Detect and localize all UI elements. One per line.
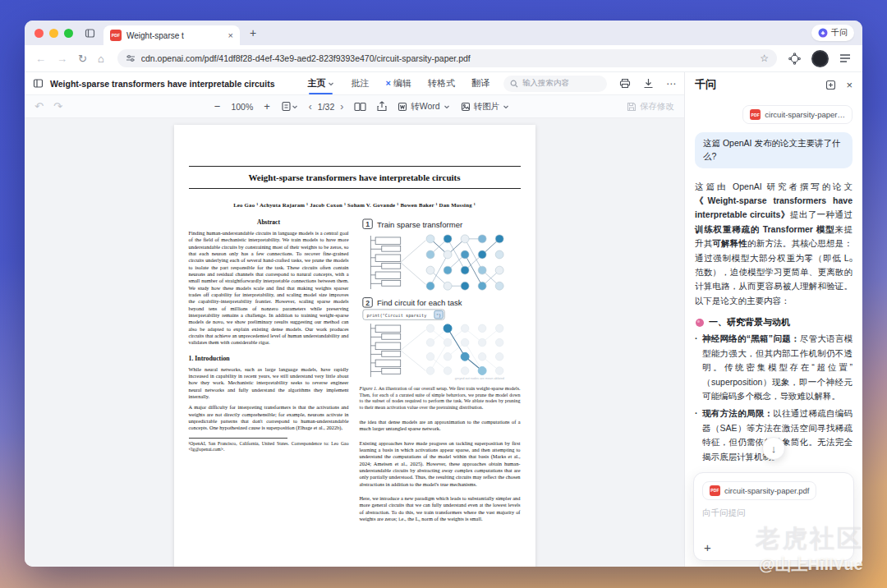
body-paragraph: Existing approaches have made progress o…: [360, 440, 521, 488]
tab-title: Weight-sparse t: [126, 31, 223, 40]
pdf-toolbar-secondary: ↶ ↷ − 100% + ‹: [25, 95, 684, 118]
pdf-file-icon: PDF: [750, 109, 761, 120]
footnote-text: ¹OpenAI, San Francisco, California, Unit…: [189, 441, 349, 453]
qianwen-panel: 千问 × PDF circuit-sparsity-paper…: [684, 72, 862, 567]
tab-annotate[interactable]: 批注: [351, 72, 369, 94]
search-icon: [510, 80, 518, 88]
pdf-canvas-area[interactable]: Weight-sparse transformers have interpre…: [25, 118, 684, 567]
qianwen-badge[interactable]: 千问: [811, 25, 854, 41]
pdf-page: Weight-sparse transformers have interpre…: [174, 125, 535, 567]
bookmark-star-icon[interactable]: ☆: [760, 53, 769, 64]
undo-icon[interactable]: ↶: [34, 100, 44, 113]
attachment-chip[interactable]: PDF circuit-sparsity-paper…: [742, 105, 853, 124]
url-text: cdn.openai.com/pdf/41df8f28-d4ef-43e9-ae…: [141, 53, 760, 63]
page-indicator[interactable]: 1/32: [318, 102, 334, 112]
document-title: Weight-sparse transformers have interpre…: [50, 79, 274, 89]
tab-close-icon[interactable]: ×: [228, 30, 233, 40]
footnote-rule: [189, 438, 288, 439]
download-icon[interactable]: [643, 78, 654, 89]
figure-caption: Figure 1. An illustration of our overall…: [360, 386, 521, 411]
step2-number: 2: [365, 299, 370, 307]
step2-label: Find circuit for each task: [377, 298, 462, 307]
maximize-window-button[interactable]: [64, 29, 73, 38]
prev-page-button[interactable]: ‹: [309, 101, 312, 113]
forward-icon[interactable]: →: [57, 53, 67, 65]
word-doc-icon: [398, 102, 407, 112]
browser-tab[interactable]: PDF Weight-sparse t ×: [103, 25, 240, 45]
qianwen-logo-icon: [818, 28, 828, 38]
tab-translate[interactable]: 翻译: [471, 72, 489, 94]
more-icon[interactable]: ⋯: [666, 78, 676, 90]
save-changes-button[interactable]: 保存修改: [627, 101, 674, 113]
zoom-level[interactable]: 100%: [231, 102, 253, 112]
edit-icon: ×: [385, 72, 390, 94]
assistant-message: 这篇由 OpenAI 研究者撰写的论文《Weight-sparse transf…: [695, 180, 853, 309]
intro-heading: 1. Introduction: [189, 355, 349, 362]
sidebar-toggle-icon[interactable]: [33, 78, 44, 89]
chevron-down-icon: [328, 80, 334, 87]
abstract-text: Finding human-understandable circuits in…: [189, 230, 349, 347]
chevron-down-icon: [444, 103, 450, 110]
chat-area[interactable]: PDF circuit-sparsity-paper… 这篇 OpenAI 发布…: [685, 97, 862, 489]
chevron-down-icon: [292, 103, 298, 110]
user-message: 这篇 OpenAI 发布的论文主要讲了什么?: [695, 132, 853, 168]
composer[interactable]: PDF circuit-sparsity-paper.pdf 向千问提问 +: [693, 472, 854, 561]
step1-number: 1: [365, 220, 370, 228]
tab-strip: PDF Weight-sparse t × + 千问: [25, 21, 862, 45]
convert-to-image-button[interactable]: 转图片: [461, 101, 510, 113]
tab-edit[interactable]: × 编辑: [385, 72, 411, 94]
close-window-button[interactable]: [34, 29, 44, 38]
zoom-out-button[interactable]: −: [214, 100, 221, 113]
minimize-window-button[interactable]: [49, 29, 58, 38]
new-tab-button[interactable]: +: [250, 26, 256, 39]
scroll-down-button[interactable]: ↓: [762, 437, 785, 460]
abstract-heading: Abstract: [189, 218, 349, 226]
close-panel-icon[interactable]: ×: [846, 79, 853, 91]
browser-window: PDF Weight-sparse t × + 千问 ← → ↻ ⌂: [25, 21, 862, 567]
pdf-toolbar-main: Weight-sparse transformers have interpre…: [25, 72, 684, 95]
new-chat-icon[interactable]: [825, 80, 836, 90]
paper-authors: Leo Gao ¹ Achyuta Rajaram ¹ Jacob Coxon …: [189, 202, 521, 208]
body-paragraph: Here, we introduce a new paradigm which …: [360, 495, 521, 522]
composer-attachment-chip[interactable]: PDF circuit-sparsity-paper.pdf: [702, 481, 816, 500]
composer-placeholder[interactable]: 向千问提问: [702, 508, 845, 519]
reload-icon[interactable]: ↻: [78, 53, 87, 65]
bullet-item: 神经网络的“黑箱”问题：尽管大语言模型能力强大，但其内部工作机制仍不透明。传统密…: [695, 332, 853, 403]
site-settings-icon[interactable]: [126, 53, 136, 63]
browser-actions: [788, 50, 851, 67]
next-page-button[interactable]: ›: [340, 101, 343, 113]
title-rule-bottom: [189, 188, 521, 189]
intro-paragraph: A major difficulty for interpreting tran…: [189, 404, 349, 431]
menu-icon[interactable]: [839, 53, 851, 63]
intro-paragraph: While neural networks, such as large lan…: [189, 366, 349, 401]
section-heading: 一、研究背景与动机: [695, 316, 853, 328]
pdf-file-icon: PDF: [710, 485, 720, 496]
chevron-down-icon: [503, 103, 509, 110]
title-rule-top: [189, 166, 521, 167]
tab-overview-icon[interactable]: [85, 28, 95, 39]
image-icon: [461, 102, 471, 112]
pink-marker-icon: [695, 318, 705, 328]
add-attachment-button[interactable]: +: [704, 540, 711, 554]
print-icon[interactable]: [619, 78, 631, 89]
share-icon[interactable]: [377, 101, 387, 112]
url-field[interactable]: cdn.openai.com/pdf/41df8f28-d4ef-43e9-ae…: [117, 49, 777, 67]
two-page-view-icon[interactable]: [354, 102, 366, 112]
redo-icon[interactable]: ↷: [53, 100, 62, 113]
ribbon-tabs: 主页 批注 × 编辑 转格式 翻译: [307, 72, 489, 94]
save-icon: [627, 102, 637, 112]
window-controls: [34, 29, 73, 38]
home-icon[interactable]: ⌂: [98, 53, 104, 65]
search-placeholder: 输入搜索内容: [522, 78, 569, 89]
tab-home[interactable]: 主页: [307, 72, 334, 94]
zoom-in-button[interactable]: +: [264, 100, 270, 113]
desktop-wallpaper: PDF Weight-sparse t × + 千问 ← → ↻ ⌂: [0, 0, 887, 588]
tab-convert[interactable]: 转格式: [428, 72, 455, 94]
page-layout-icon[interactable]: [281, 101, 298, 112]
extensions-icon[interactable]: [788, 53, 801, 65]
convert-to-word-button[interactable]: 转Word: [398, 101, 449, 113]
profile-avatar[interactable]: [811, 50, 829, 67]
pdf-favicon: PDF: [110, 30, 122, 41]
back-icon[interactable]: ←: [35, 53, 46, 65]
search-input[interactable]: 输入搜索内容: [503, 76, 607, 92]
